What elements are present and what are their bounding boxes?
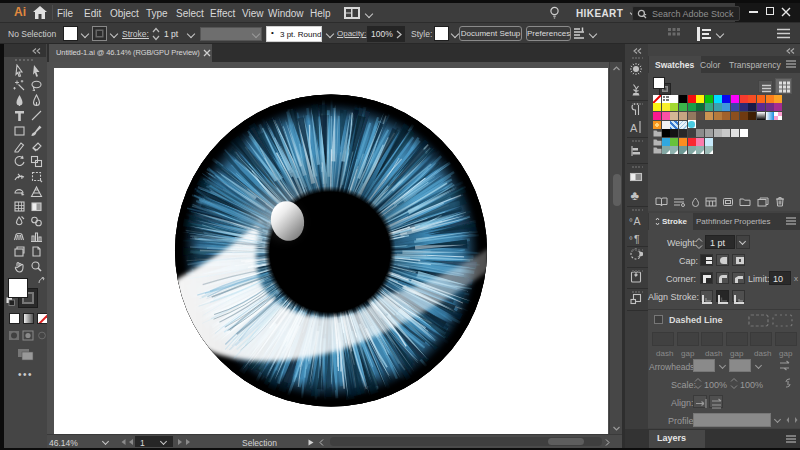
svg-text:º: º (630, 235, 633, 244)
svg-text:¶: ¶ (634, 233, 640, 245)
svg-text:♣: ♣ (631, 188, 640, 202)
svg-text:º: º (630, 217, 633, 226)
svg-text:A: A (630, 121, 638, 133)
svg-text:A: A (634, 215, 641, 227)
